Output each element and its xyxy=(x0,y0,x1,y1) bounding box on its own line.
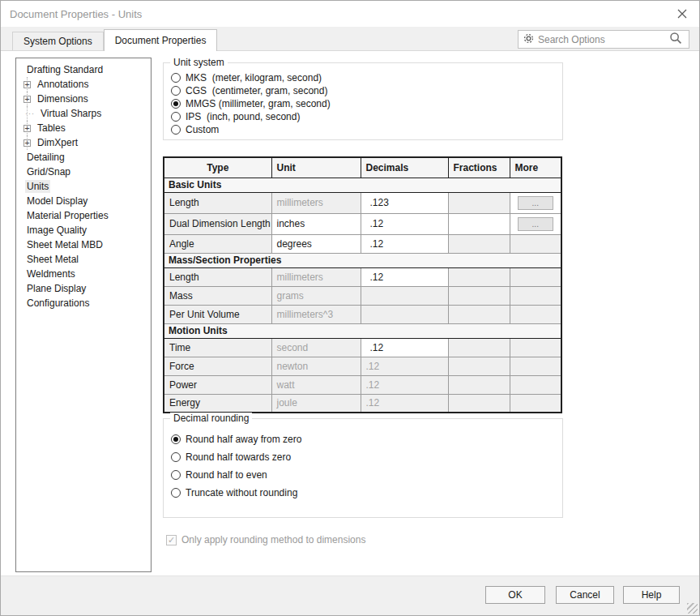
help-button[interactable]: Help xyxy=(623,586,680,604)
search-options-box[interactable] xyxy=(518,30,689,49)
section-title: Mass/Section Properties xyxy=(164,253,561,267)
decimals-input[interactable] xyxy=(366,237,443,251)
section-title: Motion Units xyxy=(164,323,561,338)
radio-cgs-unit-system[interactable]: CGS (centimeter, gram, second) xyxy=(171,84,562,97)
tree-item-drafting-standard[interactable]: Drafting Standard xyxy=(16,62,151,77)
tree-item-weldments[interactable]: Weldments xyxy=(16,267,151,281)
cell-fractions xyxy=(448,192,510,213)
radio-button-icon[interactable] xyxy=(171,73,181,83)
tab-document-properties[interactable]: Document Properties xyxy=(104,29,218,51)
radio-button-icon[interactable] xyxy=(171,125,181,135)
cell-unit[interactable]: newton xyxy=(271,357,361,375)
cell-unit[interactable]: millimeters xyxy=(271,192,361,213)
radio-button-icon[interactable] xyxy=(171,86,181,96)
cell-more: ... xyxy=(510,192,561,213)
cell-unit[interactable]: joule xyxy=(271,394,361,413)
cell-decimals[interactable] xyxy=(361,213,448,234)
tree-item-virtual-sharps[interactable]: ···Virtual Sharps xyxy=(27,106,151,121)
tab-system-options[interactable]: System Options xyxy=(12,32,104,50)
cell-decimals: .12 xyxy=(361,394,448,413)
gear-icon[interactable] xyxy=(523,32,535,47)
decimals-input[interactable] xyxy=(366,340,443,355)
radio-round-decimal-rounding[interactable]: Round half to even xyxy=(171,466,562,484)
cell-fractions xyxy=(448,394,510,413)
cancel-button[interactable]: Cancel xyxy=(556,586,614,604)
decimals-input[interactable] xyxy=(366,270,443,284)
close-icon[interactable] xyxy=(677,8,688,19)
cell-unit[interactable]: grams xyxy=(271,286,361,305)
col-header-more: More xyxy=(510,157,561,178)
decimals-input[interactable] xyxy=(366,216,443,233)
cell-decimals[interactable] xyxy=(361,192,448,213)
cell-type: Mass xyxy=(164,286,271,305)
tree-item-grid-snap[interactable]: Grid/Snap xyxy=(16,165,151,179)
tree-item-detailing[interactable]: Detailing xyxy=(16,150,151,165)
units-table-header-row: TypeUnitDecimalsFractionsMore xyxy=(164,157,561,178)
cell-unit[interactable]: inches xyxy=(271,213,361,234)
radio-round-decimal-rounding[interactable]: Round half towards zero xyxy=(171,448,562,466)
col-header-unit: Unit xyxy=(271,157,361,178)
rounding-scope-checkbox[interactable]: ✓ Only apply rounding method to dimensio… xyxy=(166,534,365,545)
tree-item-image-quality[interactable]: Image Quality xyxy=(16,223,151,237)
tree-item-units[interactable]: Units xyxy=(16,179,151,194)
tree-item-model-display[interactable]: Model Display xyxy=(16,194,151,208)
unit-system-options: MKS (meter, kilogram, second)CGS (centim… xyxy=(164,63,562,136)
tree-item-dimensions[interactable]: +Dimensions xyxy=(27,92,151,106)
checkbox-icon[interactable]: ✓ xyxy=(166,535,177,545)
decimals-input[interactable] xyxy=(366,195,443,212)
tree-item-annotations[interactable]: +Annotations xyxy=(27,77,151,92)
radio-custom-unit-system[interactable]: Custom xyxy=(171,123,562,136)
expand-plus-icon[interactable]: + xyxy=(23,96,31,103)
title-bar: Document Properties - Units xyxy=(1,1,699,27)
section-row-motion-units: Motion Units xyxy=(164,323,561,338)
tree-item-label: Configurations xyxy=(25,297,91,310)
cell-fractions xyxy=(448,338,510,357)
cell-fractions[interactable] xyxy=(448,213,510,234)
tree-item-label: Drafting Standard xyxy=(25,63,105,76)
radio-label: Round half to even xyxy=(186,469,267,481)
tree-item-plane-display[interactable]: Plane Display xyxy=(16,281,151,296)
unit-row-length: Lengthmillimeters... xyxy=(164,192,561,213)
radio-truncate-decimal-rounding[interactable]: Truncate without rounding xyxy=(171,484,562,502)
cell-decimals[interactable] xyxy=(361,338,448,357)
expand-plus-icon[interactable]: + xyxy=(23,81,31,88)
unit-row-force: Forcenewton.12 xyxy=(164,357,561,375)
cell-unit[interactable]: watt xyxy=(271,375,361,394)
radio-button-icon[interactable] xyxy=(171,434,181,444)
radio-button-icon[interactable] xyxy=(171,452,181,462)
expand-plus-icon[interactable]: + xyxy=(23,139,31,147)
cell-unit[interactable]: millimeters^3 xyxy=(271,305,361,323)
search-icon[interactable] xyxy=(669,32,682,47)
ok-button[interactable]: OK xyxy=(485,586,545,604)
cell-more xyxy=(510,267,561,286)
cell-unit[interactable]: degrees xyxy=(271,234,361,253)
tree-item-sheet-metal-mbd[interactable]: Sheet Metal MBD xyxy=(16,237,151,252)
radio-button-icon[interactable] xyxy=(171,470,181,480)
resize-grip[interactable] xyxy=(687,603,698,614)
more-button[interactable]: ... xyxy=(518,196,554,210)
radio-ips-unit-system[interactable]: IPS (inch, pound, second) xyxy=(171,110,562,123)
radio-round-decimal-rounding[interactable]: Round half away from zero xyxy=(171,430,562,448)
tree-item-dimxpert[interactable]: +DimXpert xyxy=(27,135,151,150)
radio-mks-unit-system[interactable]: MKS (meter, kilogram, second) xyxy=(171,71,562,84)
search-input[interactable] xyxy=(538,34,668,45)
radio-label: CGS (centimeter, gram, second) xyxy=(186,85,327,96)
decimal-rounding-group: Decimal rounding Round half away from ze… xyxy=(163,418,563,518)
radio-mmgs-unit-system[interactable]: MMGS (millimeter, gram, second) xyxy=(171,97,562,110)
cell-decimals[interactable] xyxy=(361,267,448,286)
radio-button-icon[interactable] xyxy=(171,112,181,122)
radio-button-icon[interactable] xyxy=(171,99,181,109)
tree-item-sheet-metal[interactable]: Sheet Metal xyxy=(16,252,151,267)
more-button[interactable]: ... xyxy=(518,217,554,231)
cell-decimals[interactable] xyxy=(361,234,448,253)
tree-item-material-properties[interactable]: Material Properties xyxy=(16,208,151,223)
tree-item-tables[interactable]: +Tables xyxy=(27,121,151,135)
tree-item-label: Model Display xyxy=(25,195,89,207)
tree-item-configurations[interactable]: Configurations xyxy=(16,296,151,310)
cell-unit[interactable]: millimeters xyxy=(271,267,361,286)
expand-plus-icon[interactable]: + xyxy=(23,125,31,132)
cell-more xyxy=(510,394,561,413)
cell-unit[interactable]: second xyxy=(271,338,361,357)
radio-button-icon[interactable] xyxy=(171,488,181,498)
tree-item-label: Units xyxy=(25,180,50,193)
